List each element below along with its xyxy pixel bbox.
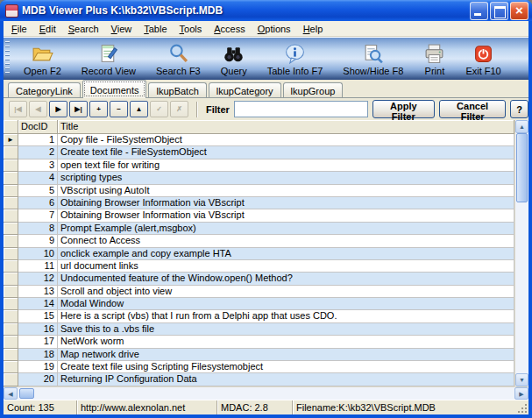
table-row[interactable]: 7Obtaining Browser Information via VBscr… (4, 209, 514, 222)
cell-title: Obtaining Browser Information via VBscri… (58, 209, 514, 222)
nav-edit-button[interactable]: ▲ (130, 101, 148, 117)
cell-docid: 14 (18, 298, 58, 310)
maximize-button[interactable] (490, 2, 508, 20)
cell-title: Here is a script (vbs) that I run from a… (58, 310, 514, 322)
filter-label: Filter (206, 104, 230, 115)
close-button[interactable] (510, 2, 528, 20)
cell-docid: 18 (18, 349, 58, 361)
menu-edit[interactable]: Edit (33, 22, 62, 36)
menu-access[interactable]: Access (208, 22, 251, 36)
cell-title: NetWork worm (58, 336, 514, 348)
header-title[interactable]: Title (58, 120, 514, 134)
menu-tools[interactable]: Tools (174, 22, 209, 36)
nav-next-button[interactable]: ▶ (49, 101, 67, 117)
print-icon (423, 43, 445, 65)
table-row[interactable]: 11url document links (4, 260, 514, 273)
table-row[interactable]: 4scripting types (4, 172, 514, 184)
minimize-button[interactable] (470, 2, 488, 20)
status-panel: http://www.alexnolan.net (77, 400, 217, 414)
nav-insert-button[interactable]: + (89, 101, 108, 117)
row-indicator (4, 361, 18, 373)
status-panel: MDAC: 2.8 (217, 400, 293, 414)
horizontal-scroll-thumb[interactable] (19, 388, 34, 399)
scroll-up-icon[interactable]: ▲ (515, 120, 528, 133)
toolbar-search-f3[interactable]: Search F3 (152, 42, 205, 77)
cell-title: Map network drive (58, 349, 514, 361)
toolbar-print[interactable]: Print (419, 42, 450, 77)
nav-first-button[interactable]: |◀ (9, 101, 27, 117)
horizontal-scroll-track[interactable] (18, 387, 514, 400)
tab-categorylink[interactable]: CategoryLink (8, 82, 81, 97)
cell-title: Undocumented feature of the Window.open(… (58, 273, 514, 285)
filter-help-button[interactable]: ? (510, 100, 528, 118)
header-indicator (4, 120, 18, 134)
toolbar-grip[interactable] (5, 41, 10, 76)
tab-lkupbatch[interactable]: lkupBatch (148, 82, 206, 97)
tab-lkupcategory[interactable]: lkupCategory (209, 82, 281, 97)
table-row[interactable]: 6Obtaining Browser Information via VBscr… (4, 197, 514, 209)
table-row[interactable]: 3open text file for writing (4, 159, 514, 172)
row-indicator (4, 159, 18, 172)
exit-icon (472, 43, 494, 65)
apply-filter-button[interactable]: Apply Filter (372, 100, 435, 118)
menu-table[interactable]: Table (138, 22, 173, 36)
cell-docid: 19 (18, 361, 58, 373)
table-row[interactable]: 16Save this to a .vbs file (4, 323, 514, 336)
nav-delete-button[interactable]: − (110, 101, 128, 117)
scroll-right-icon[interactable]: ▶ (514, 387, 528, 400)
toolbar-table-info-f7[interactable]: Table Info F7 (263, 42, 328, 77)
table-row[interactable]: 5VBscript using AutoIt (4, 185, 514, 197)
vertical-scroll-track[interactable] (515, 133, 528, 373)
table-row[interactable]: 15Here is a script (vbs) that I run from… (4, 310, 514, 322)
table-row[interactable]: 18Map network drive (4, 349, 514, 361)
toolbar-button-label: Table Info F7 (267, 66, 323, 76)
scroll-left-icon[interactable]: ◀ (4, 387, 18, 400)
row-indicator: ► (4, 134, 18, 146)
menu-view[interactable]: View (105, 22, 138, 36)
table-row[interactable]: 12Undocumented feature of the Window.ope… (4, 273, 514, 285)
window-title: MDB Viewer Plus K:\kb32\VBScript.MDB (22, 4, 470, 17)
toolbar-open-f2[interactable]: Open F2 (19, 42, 66, 77)
cell-title: open text file for writing (58, 159, 514, 172)
table-row[interactable]: 13Scroll and object into view (4, 286, 514, 298)
header-docid[interactable]: DocID (18, 120, 58, 134)
table-row[interactable]: 19Create text file using Scripting Files… (4, 361, 514, 373)
horizontal-scrollbar[interactable]: ◀ ▶ (4, 386, 528, 400)
table-row[interactable]: 9Connect to Access (4, 235, 514, 247)
toolbar-exit-f10[interactable]: Exit F10 (461, 42, 505, 77)
table-row[interactable]: 14Modal Window (4, 298, 514, 310)
toolbar-button-label: Show/Hide F8 (343, 66, 403, 76)
toolbar-record-view[interactable]: Record View (77, 42, 140, 77)
vertical-scrollbar[interactable]: ▲ ▼ (514, 120, 528, 386)
nav-cancel-button[interactable]: ✗ (170, 101, 188, 117)
toolbar-button-label: Record View (82, 66, 136, 76)
row-indicator (4, 146, 18, 159)
scroll-down-icon[interactable]: ▼ (515, 373, 528, 386)
vertical-scroll-thumb[interactable] (516, 133, 528, 202)
table-row[interactable]: 8Prompt Example (alert,msgbox) (4, 223, 514, 235)
table-row[interactable]: 17NetWork worm (4, 336, 514, 348)
row-indicator (4, 185, 18, 197)
table-row[interactable]: 20Returning IP Configuration Data (4, 373, 514, 386)
cell-title: Prompt Example (alert,msgbox) (58, 223, 514, 235)
table-row[interactable]: 2Create text file - FileSystemObject (4, 146, 514, 159)
cell-docid: 7 (18, 209, 58, 222)
nav-post-button[interactable]: ✓ (150, 101, 168, 117)
tab-documents[interactable]: Documents (82, 80, 147, 98)
menu-help[interactable]: Help (297, 22, 330, 36)
menu-search[interactable]: Search (62, 22, 105, 36)
nav-last-button[interactable]: ▶| (69, 101, 88, 117)
table-row[interactable]: ►1Copy file - FileSystemObject (4, 134, 514, 146)
tab-lkupgroup[interactable]: lkupGroup (283, 82, 344, 97)
filter-input[interactable] (234, 101, 368, 117)
cancel-filter-button[interactable]: Cancel Filter (439, 100, 506, 118)
title-bar[interactable]: MDB Viewer Plus K:\kb32\VBScript.MDB (0, 0, 532, 21)
nav-prior-button[interactable]: ◀ (29, 101, 47, 117)
menu-options[interactable]: Options (252, 22, 297, 36)
row-indicator (4, 373, 18, 386)
menu-file[interactable]: File (5, 22, 33, 36)
toolbar-show-hide-f8[interactable]: Show/Hide F8 (338, 42, 408, 77)
toolbar-query[interactable]: Query (216, 42, 252, 77)
table-row[interactable]: 10onclick example and copy example HTA (4, 248, 514, 260)
resize-grip[interactable] (525, 411, 527, 413)
